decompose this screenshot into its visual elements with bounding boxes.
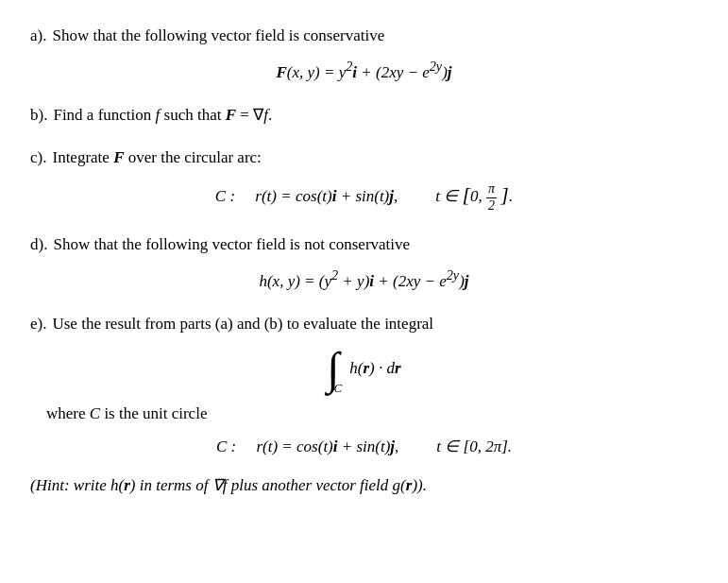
- part-c: c). Integrate F over the circular arc: C…: [30, 145, 698, 214]
- part-e-label: e).: [30, 311, 46, 336]
- part-a-formula: F(x, y) = y2i + (2xy − e2y)j: [30, 56, 698, 85]
- part-a: a). Show that the following vector field…: [30, 23, 698, 85]
- part-d-label: d).: [30, 231, 47, 257]
- part-c-formula: C : r(t) = cos(t)i + sin(t)j, t ∈ [0, π2…: [30, 178, 698, 214]
- part-c-label: c).: [30, 145, 46, 170]
- part-b: b). Find a function f such that F = ∇f.: [30, 102, 698, 128]
- part-e-where: where C is the unit circle: [30, 401, 207, 426]
- part-b-label: b).: [30, 102, 47, 128]
- part-e-formula: C : r(t) = cos(t)i + sin(t)j, t ∈ [0, 2π…: [30, 434, 698, 459]
- part-c-text: Integrate F over the circular arc:: [52, 145, 261, 170]
- part-d-text: Show that the following vector field is …: [53, 231, 410, 257]
- part-a-label: a).: [30, 23, 46, 48]
- part-a-text: Show that the following vector field is …: [52, 23, 384, 48]
- part-d-formula: h(x, y) = (y2 + y)i + (2xy − e2y)j: [30, 265, 698, 294]
- part-e-hint: (Hint: write h(r) in terms of ∇f plus an…: [30, 472, 698, 498]
- part-b-text: Find a function f such that F = ∇f.: [53, 102, 272, 128]
- part-e-text: Use the result from parts (a) and (b) to…: [52, 311, 433, 336]
- part-d: d). Show that the following vector field…: [30, 231, 698, 294]
- part-e-integral: ∫ C h(r) · dr: [30, 346, 698, 391]
- part-e: e). Use the result from parts (a) and (b…: [30, 311, 698, 499]
